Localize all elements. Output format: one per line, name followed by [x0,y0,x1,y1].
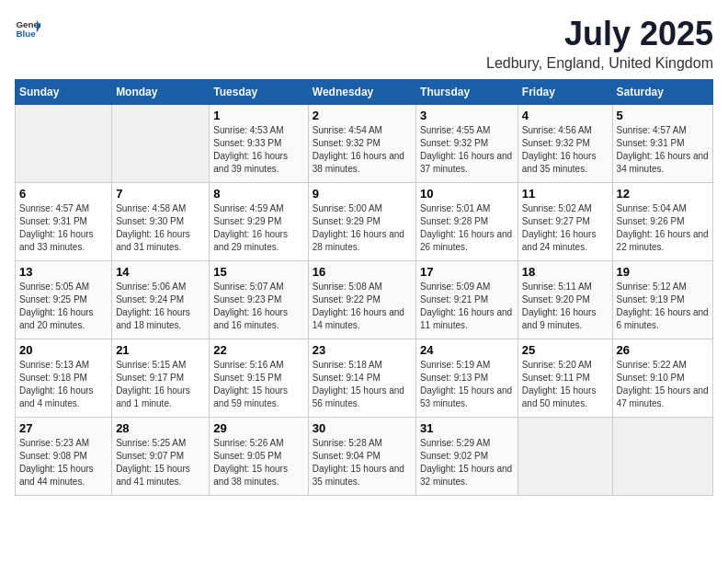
table-row: 3Sunrise: 4:55 AM Sunset: 9:32 PM Daylig… [416,105,518,183]
day-detail: Sunrise: 4:55 AM Sunset: 9:32 PM Dayligh… [420,124,514,176]
day-number: 5 [617,109,709,122]
table-row: 7Sunrise: 4:58 AM Sunset: 9:30 PM Daylig… [112,183,210,261]
day-number: 23 [313,343,412,357]
table-row: 29Sunrise: 5:26 AM Sunset: 9:05 PM Dayli… [210,418,308,496]
calendar-week-row: 1Sunrise: 4:53 AM Sunset: 9:33 PM Daylig… [16,105,713,183]
title-block: July 2025 Ledbury, England, United Kingd… [486,15,713,72]
day-detail: Sunrise: 5:00 AM Sunset: 9:29 PM Dayligh… [313,202,412,254]
day-detail: Sunrise: 5:19 AM Sunset: 9:13 PM Dayligh… [420,359,514,410]
logo-icon: General Blue [15,15,40,40]
day-detail: Sunrise: 5:05 AM Sunset: 9:25 PM Dayligh… [19,281,108,332]
day-detail: Sunrise: 5:13 AM Sunset: 9:18 PM Dayligh… [19,359,108,410]
day-number: 30 [313,421,412,435]
logo: General Blue [15,15,40,40]
svg-text:Blue: Blue [16,29,36,39]
day-detail: Sunrise: 5:07 AM Sunset: 9:23 PM Dayligh… [213,281,303,332]
day-number: 9 [313,187,412,201]
table-row: 11Sunrise: 5:02 AM Sunset: 9:27 PM Dayli… [518,183,612,261]
table-row: 14Sunrise: 5:06 AM Sunset: 9:24 PM Dayli… [112,261,210,339]
table-row [16,105,112,183]
day-detail: Sunrise: 5:22 AM Sunset: 9:10 PM Dayligh… [617,359,709,410]
table-row [612,418,712,496]
day-detail: Sunrise: 5:28 AM Sunset: 9:04 PM Dayligh… [313,437,412,488]
table-row: 9Sunrise: 5:00 AM Sunset: 9:29 PM Daylig… [308,183,415,261]
day-detail: Sunrise: 5:01 AM Sunset: 9:28 PM Dayligh… [420,202,514,254]
day-number: 29 [213,421,303,435]
table-row: 28Sunrise: 5:25 AM Sunset: 9:07 PM Dayli… [112,418,210,496]
day-detail: Sunrise: 5:16 AM Sunset: 9:15 PM Dayligh… [213,359,303,410]
day-detail: Sunrise: 5:09 AM Sunset: 9:21 PM Dayligh… [420,281,514,332]
day-number: 15 [213,265,303,279]
day-detail: Sunrise: 4:57 AM Sunset: 9:31 PM Dayligh… [19,202,108,254]
day-number: 25 [522,343,609,357]
table-row: 13Sunrise: 5:05 AM Sunset: 9:25 PM Dayli… [16,261,112,339]
day-number: 2 [313,109,412,122]
calendar-week-row: 27Sunrise: 5:23 AM Sunset: 9:08 PM Dayli… [16,418,713,496]
day-number: 26 [617,343,709,357]
day-number: 3 [420,109,514,122]
calendar-week-row: 13Sunrise: 5:05 AM Sunset: 9:25 PM Dayli… [16,261,713,339]
calendar-title: July 2025 [486,15,713,53]
day-detail: Sunrise: 4:56 AM Sunset: 9:32 PM Dayligh… [522,124,609,176]
day-number: 1 [213,109,303,122]
table-row: 19Sunrise: 5:12 AM Sunset: 9:19 PM Dayli… [612,261,712,339]
day-detail: Sunrise: 5:25 AM Sunset: 9:07 PM Dayligh… [116,437,205,488]
table-row: 15Sunrise: 5:07 AM Sunset: 9:23 PM Dayli… [210,261,308,339]
day-number: 19 [617,265,709,279]
day-detail: Sunrise: 4:53 AM Sunset: 9:33 PM Dayligh… [213,124,303,176]
header-thursday: Thursday [416,80,518,105]
day-detail: Sunrise: 5:02 AM Sunset: 9:27 PM Dayligh… [522,202,609,254]
table-row [112,105,210,183]
day-number: 7 [116,187,205,201]
table-row: 16Sunrise: 5:08 AM Sunset: 9:22 PM Dayli… [308,261,415,339]
table-row: 8Sunrise: 4:59 AM Sunset: 9:29 PM Daylig… [210,183,308,261]
calendar-week-row: 20Sunrise: 5:13 AM Sunset: 9:18 PM Dayli… [16,339,713,418]
day-detail: Sunrise: 5:11 AM Sunset: 9:20 PM Dayligh… [522,281,609,332]
table-row: 10Sunrise: 5:01 AM Sunset: 9:28 PM Dayli… [416,183,518,261]
table-row: 17Sunrise: 5:09 AM Sunset: 9:21 PM Dayli… [416,261,518,339]
header-saturday: Saturday [612,80,712,105]
header-wednesday: Wednesday [308,80,415,105]
header-monday: Monday [112,80,210,105]
header-friday: Friday [518,80,612,105]
table-row: 24Sunrise: 5:19 AM Sunset: 9:13 PM Dayli… [416,339,518,418]
day-detail: Sunrise: 4:58 AM Sunset: 9:30 PM Dayligh… [116,202,205,254]
table-row: 2Sunrise: 4:54 AM Sunset: 9:32 PM Daylig… [308,105,415,183]
day-number: 8 [213,187,303,201]
table-row: 18Sunrise: 5:11 AM Sunset: 9:20 PM Dayli… [518,261,612,339]
day-detail: Sunrise: 5:12 AM Sunset: 9:19 PM Dayligh… [617,281,709,332]
table-row: 27Sunrise: 5:23 AM Sunset: 9:08 PM Dayli… [16,418,112,496]
day-detail: Sunrise: 4:54 AM Sunset: 9:32 PM Dayligh… [313,124,412,176]
day-detail: Sunrise: 4:59 AM Sunset: 9:29 PM Dayligh… [213,202,303,254]
day-detail: Sunrise: 5:06 AM Sunset: 9:24 PM Dayligh… [116,281,205,332]
table-row: 12Sunrise: 5:04 AM Sunset: 9:26 PM Dayli… [612,183,712,261]
table-row: 20Sunrise: 5:13 AM Sunset: 9:18 PM Dayli… [16,339,112,418]
day-number: 22 [213,343,303,357]
table-row: 5Sunrise: 4:57 AM Sunset: 9:31 PM Daylig… [612,105,712,183]
day-number: 20 [19,343,108,357]
day-number: 11 [522,187,609,201]
day-number: 13 [19,265,108,279]
table-row: 21Sunrise: 5:15 AM Sunset: 9:17 PM Dayli… [112,339,210,418]
day-number: 6 [19,187,108,201]
day-number: 4 [522,109,609,122]
day-number: 24 [420,343,514,357]
day-detail: Sunrise: 5:20 AM Sunset: 9:11 PM Dayligh… [522,359,609,410]
day-number: 10 [420,187,514,201]
day-number: 17 [420,265,514,279]
day-number: 16 [313,265,412,279]
table-row [518,418,612,496]
table-row: 1Sunrise: 4:53 AM Sunset: 9:33 PM Daylig… [210,105,308,183]
day-detail: Sunrise: 5:29 AM Sunset: 9:02 PM Dayligh… [420,437,514,488]
day-detail: Sunrise: 5:26 AM Sunset: 9:05 PM Dayligh… [213,437,303,488]
table-row: 23Sunrise: 5:18 AM Sunset: 9:14 PM Dayli… [308,339,415,418]
day-detail: Sunrise: 5:15 AM Sunset: 9:17 PM Dayligh… [116,359,205,410]
day-number: 18 [522,265,609,279]
day-number: 14 [116,265,205,279]
header-tuesday: Tuesday [210,80,308,105]
day-number: 28 [116,421,205,435]
days-header-row: Sunday Monday Tuesday Wednesday Thursday… [16,80,713,105]
day-number: 27 [19,421,108,435]
table-row: 31Sunrise: 5:29 AM Sunset: 9:02 PM Dayli… [416,418,518,496]
day-number: 31 [420,421,514,435]
